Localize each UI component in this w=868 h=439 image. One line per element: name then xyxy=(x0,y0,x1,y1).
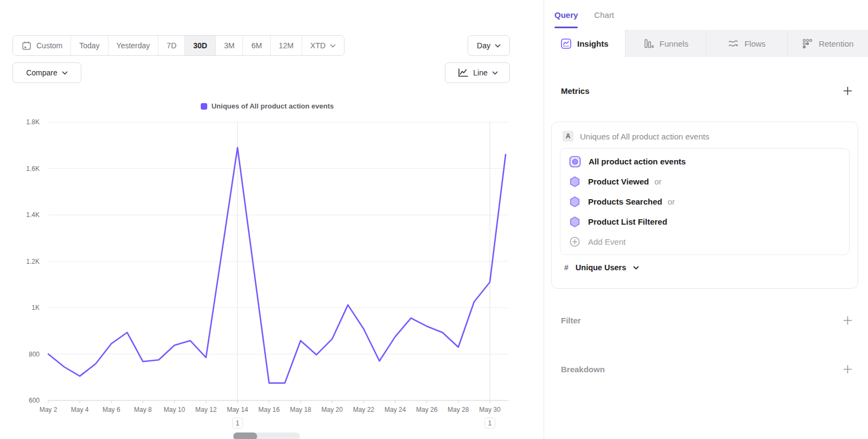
event-row-products-searched[interactable]: Products Searched or xyxy=(560,192,849,212)
svg-text:800: 800 xyxy=(29,351,40,358)
chart-legend[interactable]: Uniques of All product action events xyxy=(11,102,524,110)
breakdown-section-header: Breakdown xyxy=(544,360,868,378)
add-metric-button[interactable] xyxy=(843,86,852,96)
chart-type-dropdown[interactable]: Line xyxy=(445,62,510,83)
panel-mode-tabs: Query Chart xyxy=(544,0,868,30)
range-button-custom[interactable]: Custom xyxy=(13,36,71,55)
svg-text:May 16: May 16 xyxy=(258,406,280,413)
event-row-product-viewed[interactable]: Product Viewed or xyxy=(560,171,849,192)
add-filter-button[interactable] xyxy=(843,316,852,325)
chevron-down-icon xyxy=(633,266,639,270)
svg-text:1K: 1K xyxy=(31,304,40,311)
measurement-dropdown[interactable]: # Unique Users xyxy=(552,255,858,272)
svg-text:1.4K: 1.4K xyxy=(26,211,40,219)
svg-text:May 18: May 18 xyxy=(290,406,311,413)
plus-icon xyxy=(843,365,852,374)
svg-text:May 2: May 2 xyxy=(40,406,58,413)
active-tab-underline xyxy=(554,27,578,28)
legend-swatch xyxy=(201,103,207,110)
svg-text:May 26: May 26 xyxy=(416,406,438,413)
flows-icon xyxy=(727,38,739,49)
chevron-down-icon xyxy=(495,44,501,48)
date-range-group: Custom Today Yesterday 7D 30D 3M 6M 12M … xyxy=(12,35,344,56)
range-button-12m[interactable]: 12M xyxy=(270,36,302,55)
range-button-xtd[interactable]: XTD xyxy=(302,36,344,55)
funnels-icon xyxy=(643,38,654,49)
add-breakdown-button[interactable] xyxy=(843,365,852,374)
svg-text:May 12: May 12 xyxy=(195,406,217,413)
svg-text:1.2K: 1.2K xyxy=(26,258,40,265)
query-panel: Query Chart Insights xyxy=(544,0,868,439)
svg-text:May 10: May 10 xyxy=(164,406,186,413)
svg-text:1: 1 xyxy=(235,419,239,427)
event-row-all-product-action-events[interactable]: All product action events xyxy=(560,151,849,171)
event-row-product-list-filtered[interactable]: Product List Filtered xyxy=(560,212,849,232)
svg-text:May 20: May 20 xyxy=(322,406,343,413)
svg-text:May 30: May 30 xyxy=(479,406,501,413)
svg-text:1.6K: 1.6K xyxy=(26,165,40,173)
range-button-7d[interactable]: 7D xyxy=(158,36,184,55)
chevron-down-icon xyxy=(330,44,336,48)
scrollbar-handle[interactable] xyxy=(233,432,257,439)
chevron-down-icon xyxy=(492,71,498,75)
add-event-button[interactable]: Add Event xyxy=(560,232,849,252)
calendar-icon xyxy=(21,40,32,51)
svg-text:600: 600 xyxy=(29,397,40,404)
range-button-3m[interactable]: 3M xyxy=(215,36,242,55)
tab-insights[interactable]: Insights xyxy=(544,30,625,57)
insights-icon xyxy=(560,38,572,49)
line-chart[interactable]: 6008001K1.2K1.4K1.6K1.8KMay 2May 4May 6M… xyxy=(11,115,524,436)
plus-icon xyxy=(843,86,852,96)
metric-card: A Uniques of All product action events A… xyxy=(551,122,858,289)
chevron-down-icon xyxy=(62,71,68,75)
filter-title: Filter xyxy=(561,316,581,325)
range-button-6m[interactable]: 6M xyxy=(242,36,270,55)
compare-dropdown[interactable]: Compare xyxy=(12,62,81,83)
svg-text:May 28: May 28 xyxy=(448,406,469,413)
metrics-section-header: Metrics xyxy=(544,81,868,100)
retention-icon xyxy=(802,38,813,49)
chart-pane: Custom Today Yesterday 7D 30D 3M 6M 12M … xyxy=(0,0,544,439)
breakdown-title: Breakdown xyxy=(561,365,605,374)
svg-text:May 4: May 4 xyxy=(71,406,89,413)
svg-text:May 22: May 22 xyxy=(353,406,375,413)
range-button-yesterday[interactable]: Yesterday xyxy=(108,36,158,55)
svg-text:May 8: May 8 xyxy=(134,406,152,413)
svg-text:May 24: May 24 xyxy=(385,406,406,413)
range-button-30d[interactable]: 30D xyxy=(184,36,215,55)
svg-text:May 6: May 6 xyxy=(103,406,120,413)
svg-text:May 14: May 14 xyxy=(227,406,248,413)
report-type-tabs: Insights Funnels Flows xyxy=(544,30,868,57)
series-label: Uniques of All product action events xyxy=(580,132,709,141)
filter-section-header: Filter xyxy=(544,311,868,329)
legend-label: Uniques of All product action events xyxy=(212,102,334,110)
granularity-dropdown[interactable]: Day xyxy=(468,35,510,56)
all-events-icon xyxy=(569,156,581,168)
event-hexagon-icon xyxy=(569,176,580,187)
series-badge: A xyxy=(563,131,573,142)
event-hexagon-icon xyxy=(569,216,580,227)
tab-funnels[interactable]: Funnels xyxy=(625,30,706,57)
series-line[interactable] xyxy=(48,148,506,383)
tab-chart[interactable]: Chart xyxy=(594,0,614,30)
svg-text:1: 1 xyxy=(488,419,492,427)
tab-retention[interactable]: Retention xyxy=(787,30,868,57)
range-button-today[interactable]: Today xyxy=(71,36,107,55)
plus-icon xyxy=(843,316,852,325)
svg-text:1.8K: 1.8K xyxy=(26,118,40,126)
event-hexagon-icon xyxy=(569,196,580,207)
add-event-icon xyxy=(569,236,580,247)
tab-flows[interactable]: Flows xyxy=(706,30,787,57)
hash-icon: # xyxy=(564,263,569,272)
metrics-title: Metrics xyxy=(561,86,590,96)
tab-query[interactable]: Query xyxy=(554,0,578,30)
range-label: Custom xyxy=(36,41,62,50)
chart-zoom-scrollbar[interactable] xyxy=(233,432,300,439)
line-chart-icon xyxy=(457,67,469,78)
event-list: All product action events Product Viewed… xyxy=(560,148,850,255)
metric-series-header[interactable]: A Uniques of All product action events xyxy=(552,122,858,148)
